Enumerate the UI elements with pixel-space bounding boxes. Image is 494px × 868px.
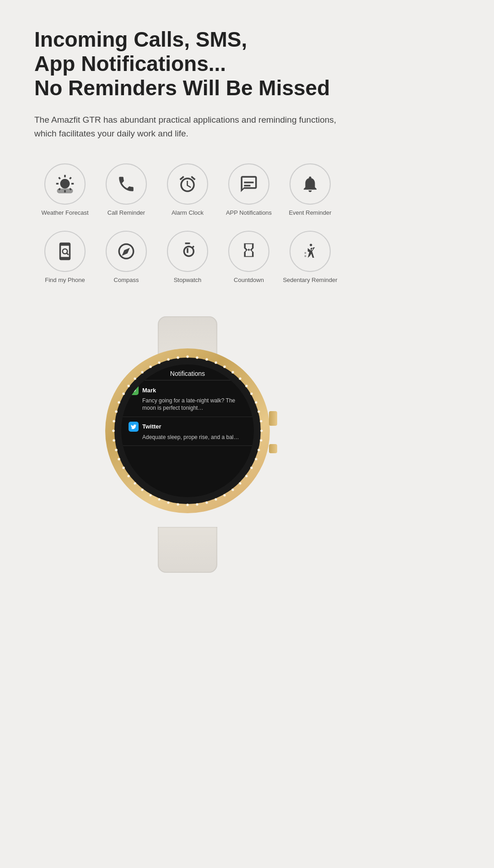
watch-strap-bottom <box>158 527 217 573</box>
feature-countdown: Countdown <box>218 231 279 284</box>
feature-event-reminder: Event Reminder <box>279 163 341 217</box>
notification-item-twitter: Twitter Adequate sleep, prope rise, and … <box>121 417 254 446</box>
find-my-phone-label: Find my Phone <box>45 277 85 284</box>
call-icon <box>117 174 136 194</box>
weather-icon <box>55 174 75 194</box>
notification-msg-icon <box>239 174 258 194</box>
event-reminder-label: Event Reminder <box>289 209 331 217</box>
call-reminder-circle <box>106 163 147 205</box>
notification-item-wechat: Mark Fancy going for a late-night walk? … <box>121 380 254 417</box>
watch-crown-bottom <box>269 444 277 453</box>
watch-screen: Notifications Mark F <box>121 364 254 497</box>
watch-wrapper: Notifications Mark F <box>91 316 284 573</box>
page-container: Incoming Calls, SMS, App Notifications..… <box>0 0 375 609</box>
svg-point-5 <box>310 244 312 246</box>
compass-circle <box>106 231 147 272</box>
watch-section: Notifications Mark F <box>34 316 341 591</box>
weather-forecast-circle <box>44 163 86 205</box>
call-reminder-label: Call Reminder <box>107 209 145 217</box>
feature-alarm-clock: Alarm Clock <box>157 163 218 217</box>
svg-rect-2 <box>244 185 251 187</box>
wechat-message: Fancy going for a late-night walk? The m… <box>129 397 247 412</box>
alarm-icon <box>178 174 197 194</box>
notification-header-twitter: Twitter <box>129 422 247 432</box>
stopwatch-circle <box>167 231 208 272</box>
alarm-clock-label: Alarm Clock <box>172 209 204 217</box>
main-headline: Incoming Calls, SMS, App Notifications..… <box>34 27 341 100</box>
twitter-sender: Twitter <box>142 423 161 430</box>
features-grid: Weather Forecast Call Reminder Ala <box>34 163 341 298</box>
compass-icon <box>117 242 136 261</box>
description-text: The Amazfit GTR has abundant practical a… <box>34 113 341 141</box>
twitter-icon <box>129 422 139 432</box>
twitter-logo-icon <box>130 423 137 430</box>
feature-app-notifications: APP Notifications <box>218 163 279 217</box>
find-my-phone-circle <box>44 231 86 272</box>
svg-rect-1 <box>244 182 254 184</box>
feature-compass: Compass <box>96 231 157 284</box>
sedentary-reminder-circle <box>290 231 331 272</box>
watch-crown-top <box>269 411 277 426</box>
feature-stopwatch: Stopwatch <box>157 231 218 284</box>
countdown-label: Countdown <box>234 277 264 284</box>
countdown-circle <box>228 231 269 272</box>
watch-case: Notifications Mark F <box>105 348 270 513</box>
features-row-2: Find my Phone Compass Stopwatch <box>34 231 341 284</box>
sedentary-icon <box>301 242 320 261</box>
feature-sedentary-reminder: Sedentary Reminder <box>279 231 341 284</box>
svg-point-0 <box>62 181 68 187</box>
stopwatch-icon <box>178 242 197 261</box>
weather-forecast-label: Weather Forecast <box>41 209 88 217</box>
app-notifications-label: APP Notifications <box>226 209 272 217</box>
sedentary-reminder-label: Sedentary Reminder <box>283 277 337 284</box>
headline-line3: No Reminders Will Be Missed <box>34 76 330 100</box>
notification-header-wechat: Mark <box>129 385 247 395</box>
countdown-icon <box>239 242 258 261</box>
app-notifications-circle <box>228 163 269 205</box>
feature-weather-forecast: Weather Forecast <box>34 163 96 217</box>
event-reminder-circle <box>290 163 331 205</box>
alarm-clock-circle <box>167 163 208 205</box>
findphone-icon <box>55 242 75 261</box>
feature-call-reminder: Call Reminder <box>96 163 157 217</box>
twitter-message: Adequate sleep, prope rise, and a bal… <box>129 434 247 441</box>
headline-line1: Incoming Calls, SMS, <box>34 27 247 51</box>
bell-icon <box>301 174 320 194</box>
svg-line-4 <box>67 253 68 255</box>
wechat-sender: Mark <box>142 387 156 394</box>
features-row-1: Weather Forecast Call Reminder Ala <box>34 163 341 217</box>
stopwatch-label: Stopwatch <box>174 277 202 284</box>
compass-label: Compass <box>114 277 139 284</box>
headline-line2: App Notifications... <box>34 52 226 76</box>
feature-find-my-phone: Find my Phone <box>34 231 96 284</box>
